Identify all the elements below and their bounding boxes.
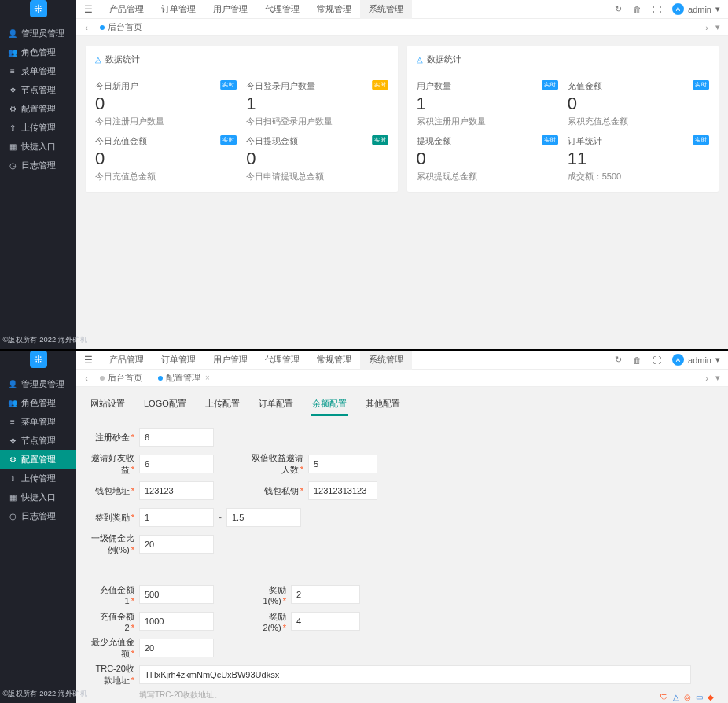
stat-block: 今日登录用户数量 1 今日扫码登录用户数量 实时 xyxy=(246,80,388,127)
menu-icon: ≡ xyxy=(8,418,17,426)
nav-item[interactable]: 用户管理 xyxy=(204,0,256,19)
input-reward2[interactable] xyxy=(291,612,360,631)
stat-sub: 累积注册用户数量 xyxy=(417,116,558,127)
nav-item[interactable]: 系统管理 xyxy=(360,351,412,370)
stat-value: 0 xyxy=(246,149,388,169)
label-wallet-key: 钱包私钥* xyxy=(252,485,308,497)
user-menu[interactable]: A admin ▾ xyxy=(672,354,720,366)
nav-item[interactable]: 常规管理 xyxy=(308,0,360,19)
tab-menu-icon[interactable]: ▾ xyxy=(712,22,723,32)
sidebar-item[interactable]: 👥角色管理 xyxy=(0,393,76,412)
stat-sub: 今日扫码登录用户数量 xyxy=(246,116,388,127)
input-min-recharge[interactable] xyxy=(139,639,214,657)
username: admin xyxy=(688,355,711,365)
menu-toggle-icon[interactable]: ☰ xyxy=(76,355,101,366)
nav-item[interactable]: 产品管理 xyxy=(101,351,153,370)
sidebar-item[interactable]: ❖节点管理 xyxy=(0,80,76,99)
stat-value: 1 xyxy=(417,94,558,114)
tab-prev-icon[interactable]: ‹ xyxy=(81,23,92,32)
copyright: ©版权所有 2022 海外矿机 xyxy=(0,331,64,349)
menu-icon: ◷ xyxy=(8,512,17,521)
user-menu[interactable]: A admin ▾ xyxy=(672,3,720,15)
fullscreen-icon[interactable]: ⛶ xyxy=(653,5,661,14)
input-level1-ratio[interactable] xyxy=(139,535,214,554)
input-invite-income[interactable] xyxy=(139,455,214,473)
fullscreen-icon[interactable]: ⛶ xyxy=(653,355,661,365)
nav-item[interactable]: 代理管理 xyxy=(256,0,308,19)
sidebar-item[interactable]: 👤管理员管理 xyxy=(0,374,76,393)
subtab[interactable]: LOGO配置 xyxy=(142,393,188,416)
subtab[interactable]: 其他配置 xyxy=(364,393,402,416)
nav-item[interactable]: 代理管理 xyxy=(256,351,308,370)
nav-item[interactable]: 用户管理 xyxy=(204,351,256,370)
nav-item[interactable]: 产品管理 xyxy=(101,0,153,19)
sidebar-item[interactable]: ⇧上传管理 xyxy=(0,118,76,137)
tab[interactable]: 后台首页 xyxy=(92,370,150,387)
username: admin xyxy=(688,5,711,14)
sidebar-item[interactable]: ❖节点管理 xyxy=(0,431,76,450)
input-wallet-key[interactable] xyxy=(308,481,377,500)
sidebar-item[interactable]: ◷日志管理 xyxy=(0,156,76,175)
input-double-invite[interactable] xyxy=(308,455,377,473)
input-wallet-addr[interactable] xyxy=(139,481,214,500)
input-sign-reward-to[interactable] xyxy=(226,508,301,527)
sidebar-item[interactable]: ▦快捷入口 xyxy=(0,488,76,506)
close-icon[interactable]: × xyxy=(205,374,210,382)
avatar: A xyxy=(672,3,684,15)
sidebar-item[interactable]: 👥角色管理 xyxy=(0,42,76,61)
tabbar: ‹ 后台首页配置管理× › ▾ xyxy=(76,370,728,387)
config-form: 注册砂金* 邀请好友收益* 双倍收益邀请人数* 钱包地址* xyxy=(76,416,728,703)
tab-menu-icon[interactable]: ▾ xyxy=(712,373,723,383)
input-sign-reward-from[interactable] xyxy=(139,508,214,527)
nav-item[interactable]: 订单管理 xyxy=(153,0,204,19)
menu-icon: 👥 xyxy=(8,399,17,407)
input-reward1[interactable] xyxy=(291,585,360,604)
stat-badge: 实时 xyxy=(372,135,388,145)
nav-item[interactable]: 订单管理 xyxy=(153,351,204,370)
stat-sub: 今日注册用户数量 xyxy=(95,116,237,127)
nav-item[interactable]: 常规管理 xyxy=(308,351,360,370)
input-reg-bonus[interactable] xyxy=(139,428,214,447)
input-trc20-addr[interactable] xyxy=(139,665,691,684)
refresh-icon[interactable]: ↻ xyxy=(615,4,622,14)
refresh-icon[interactable]: ↻ xyxy=(615,355,622,365)
sidebar-item[interactable]: 👤管理员管理 xyxy=(0,24,76,42)
stat-label: 订单统计 xyxy=(568,135,709,147)
sidebar-item[interactable]: ▦快捷入口 xyxy=(0,137,76,156)
sidebar: ⁜ 👤管理员管理👥角色管理≡菜单管理❖节点管理⚙配置管理⇧上传管理▦快捷入口◷日… xyxy=(0,351,76,703)
tab-label: 后台首页 xyxy=(108,21,142,33)
input-recharge2[interactable] xyxy=(139,612,214,631)
menu-label: 菜单管理 xyxy=(21,65,56,77)
menu-label: 节点管理 xyxy=(21,84,56,96)
sidebar-item[interactable]: ≡菜单管理 xyxy=(0,412,76,431)
menu-toggle-icon[interactable]: ☰ xyxy=(76,4,101,15)
nav-item[interactable]: 系统管理 xyxy=(360,0,412,19)
stat-block: 今日提现金额 0 今日申请提现总金额 实时 xyxy=(246,135,388,182)
sidebar-item[interactable]: ⚙配置管理 xyxy=(0,450,76,469)
menu-icon: ◷ xyxy=(8,161,17,170)
label-recharge1: 充值金额1* xyxy=(90,584,139,605)
trash-icon[interactable]: 🗑 xyxy=(633,355,642,365)
stat-sub: 累积提现总金额 xyxy=(417,171,558,182)
trash-icon[interactable]: 🗑 xyxy=(633,5,642,14)
sidebar-item[interactable]: ◷日志管理 xyxy=(0,506,76,525)
subtab[interactable]: 上传配置 xyxy=(204,393,241,416)
sidebar-item[interactable]: ⚙配置管理 xyxy=(0,99,76,118)
menu-icon: ⇧ xyxy=(8,474,17,483)
sidebar-item[interactable]: ⇧上传管理 xyxy=(0,469,76,488)
input-recharge1[interactable] xyxy=(139,585,214,604)
subtab[interactable]: 订单配置 xyxy=(257,393,295,416)
stat-badge: 实时 xyxy=(372,80,388,90)
subtab[interactable]: 余额配置 xyxy=(311,393,348,416)
tab-prev-icon[interactable]: ‹ xyxy=(81,374,92,383)
tab[interactable]: 后台首页 xyxy=(92,19,150,36)
logo: ⁜ xyxy=(0,351,76,368)
subtab[interactable]: 网站设置 xyxy=(89,393,127,416)
avatar: A xyxy=(672,354,684,366)
stat-block: 订单统计 11 成交额：5500 实时 xyxy=(568,135,709,182)
sidebar-item[interactable]: ≡菜单管理 xyxy=(0,61,76,80)
tab-next-icon[interactable]: › xyxy=(701,23,712,32)
tab-label: 配置管理 xyxy=(166,372,200,384)
tab-next-icon[interactable]: › xyxy=(701,374,712,383)
tab[interactable]: 配置管理× xyxy=(150,370,218,387)
